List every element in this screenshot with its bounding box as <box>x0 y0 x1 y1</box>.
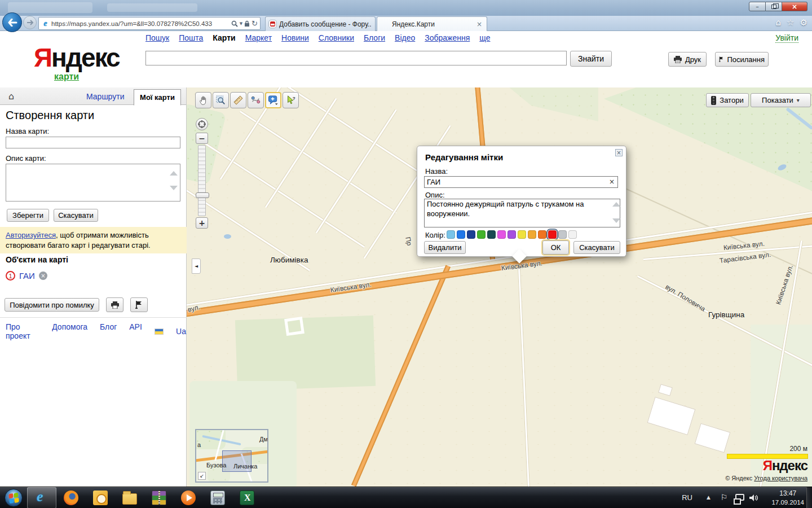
minimap[interactable]: Бузова Личанка Дм а ↙ <box>195 429 268 483</box>
header-nav-item[interactable]: Маркет <box>245 33 272 42</box>
show-desktop-button[interactable] <box>806 487 812 508</box>
route-tool-button[interactable] <box>248 92 264 108</box>
hidden-icons-button[interactable]: ▲ <box>707 494 710 500</box>
map-description-textarea[interactable] <box>6 164 180 202</box>
start-button[interactable] <box>5 489 23 507</box>
taskbar-outlook-button[interactable] <box>86 487 115 508</box>
maps-logo-link[interactable]: карти <box>54 72 79 82</box>
color-swatch[interactable] <box>477 230 486 239</box>
scroll-up-icon[interactable] <box>612 202 620 207</box>
window-titlebar[interactable]: – × <box>0 0 812 16</box>
ok-button[interactable]: ОК <box>542 240 569 255</box>
color-swatch[interactable] <box>467 230 475 239</box>
taskbar-explorer-button[interactable] <box>115 487 144 508</box>
zoom-select-button[interactable] <box>213 92 229 108</box>
delete-button[interactable]: Видалити <box>424 241 466 254</box>
color-swatch[interactable] <box>497 230 506 239</box>
address-bar[interactable]: e https://maps.yandex.ua/?um=&ll=30.0782… <box>38 17 261 30</box>
ruler-button[interactable] <box>230 92 246 108</box>
header-nav-item[interactable]: Пошук <box>145 33 169 42</box>
find-button[interactable]: Знайти <box>570 51 612 67</box>
sidebar-collapse-button[interactable]: ◄ <box>192 259 201 274</box>
volume-icon[interactable] <box>749 494 758 502</box>
window-minimize-button[interactable]: – <box>749 2 766 11</box>
header-nav-item[interactable]: Зображення <box>425 33 470 42</box>
clock[interactable]: 13:4717.09.2014 <box>771 489 804 507</box>
taskbar-mediaplayer-button[interactable] <box>174 487 203 508</box>
action-center-icon[interactable]: ⚐ <box>720 493 727 502</box>
yandex-logo[interactable]: Яндекс <box>34 42 120 73</box>
header-search-input[interactable] <box>145 51 567 65</box>
taskbar-ie-button[interactable] <box>27 487 56 508</box>
minimap-collapse-button[interactable]: ↙ <box>198 472 206 480</box>
forward-button[interactable] <box>23 16 37 29</box>
scroll-down-icon[interactable] <box>612 218 620 223</box>
placemark-desc-textarea[interactable]: Постоянно дежурящий патруль с трукамом н… <box>424 199 620 227</box>
network-icon[interactable] <box>735 494 744 501</box>
inspect-tool-button[interactable]: ? <box>283 92 299 108</box>
color-swatch[interactable] <box>457 230 465 239</box>
home-button[interactable]: ⌂ <box>776 17 782 28</box>
header-nav-item[interactable]: Блоги <box>364 33 385 42</box>
save-button[interactable]: Зберегти <box>7 209 49 222</box>
taskbar-calculator-button[interactable] <box>203 487 232 508</box>
tab-close-icon[interactable]: × <box>475 20 483 28</box>
dialog-cancel-button[interactable]: Скасувати <box>573 241 620 254</box>
taskbar-excel-button[interactable] <box>232 487 262 508</box>
footer-link[interactable]: Про проект <box>6 322 39 340</box>
color-swatch[interactable] <box>518 230 526 239</box>
home-tab-icon[interactable]: ⌂ <box>8 91 14 102</box>
header-nav-item[interactable]: Відео <box>395 33 415 42</box>
login-link[interactable]: Увійти <box>775 33 798 43</box>
taskbar-firefox-button[interactable] <box>56 487 86 508</box>
pan-tool-button[interactable] <box>195 92 211 108</box>
object-list-item[interactable]: 1 ГАИ × <box>6 271 47 281</box>
header-nav-item[interactable]: Словники <box>319 33 354 42</box>
zoom-in-button[interactable]: + <box>196 217 208 229</box>
dialog-close-button[interactable]: × <box>615 149 623 156</box>
scroll-up-icon[interactable] <box>170 171 178 176</box>
color-swatch[interactable] <box>447 230 455 239</box>
language-link[interactable]: Ua <box>176 327 186 336</box>
browser-tab[interactable]: Добавить сообщение - Фору... <box>265 16 376 31</box>
browser-tab[interactable]: Яндекс.Карти× <box>377 16 487 31</box>
footer-link[interactable]: Допомога <box>52 322 87 340</box>
taskbar-winrar-button[interactable] <box>144 487 174 508</box>
header-nav-item[interactable]: Новини <box>281 33 309 42</box>
traffic-button[interactable]: Затори <box>706 93 749 107</box>
zoom-slider[interactable] <box>198 145 206 216</box>
header-nav-item[interactable]: Карти <box>213 33 235 42</box>
sidebar-link-button[interactable] <box>130 297 148 312</box>
object-remove-icon[interactable]: × <box>39 271 47 280</box>
clear-name-icon[interactable]: × <box>609 178 615 186</box>
cancel-button[interactable]: Скасувати <box>54 209 98 222</box>
color-swatch[interactable] <box>568 230 577 239</box>
address-dropdown-icon[interactable]: ▼ <box>240 21 242 26</box>
back-button[interactable] <box>2 12 22 32</box>
footer-link[interactable]: API <box>129 322 142 340</box>
tab-my-maps[interactable]: Мої карти <box>134 89 181 106</box>
window-close-button[interactable]: × <box>782 2 807 11</box>
color-swatch[interactable] <box>528 230 536 239</box>
tools-button[interactable]: ⚙ <box>800 17 807 28</box>
locate-button[interactable] <box>196 118 208 130</box>
footer-link[interactable]: Блог <box>100 322 117 340</box>
authorize-link[interactable]: Авторизуйтеся <box>6 231 56 239</box>
print-button[interactable]: Друк <box>668 52 707 67</box>
add-placemark-button[interactable] <box>265 92 281 108</box>
color-swatch[interactable] <box>487 230 496 239</box>
refresh-icon[interactable]: ↻ <box>251 19 258 28</box>
share-link-button[interactable]: Посилання <box>715 52 769 67</box>
color-swatch[interactable] <box>558 230 567 239</box>
color-swatch[interactable] <box>508 230 516 239</box>
header-nav-item[interactable]: Пошта <box>179 33 203 42</box>
color-swatch[interactable] <box>548 230 557 239</box>
map-name-input[interactable] <box>6 137 180 148</box>
color-swatch[interactable] <box>538 230 546 239</box>
language-indicator[interactable]: RU <box>682 493 692 502</box>
terms-link[interactable]: Угода користувача <box>754 475 807 481</box>
header-nav-item[interactable]: ще <box>479 33 490 42</box>
sidebar-print-button[interactable] <box>106 297 123 312</box>
window-restore-button[interactable] <box>766 2 782 11</box>
placemark-name-input[interactable] <box>424 176 618 188</box>
